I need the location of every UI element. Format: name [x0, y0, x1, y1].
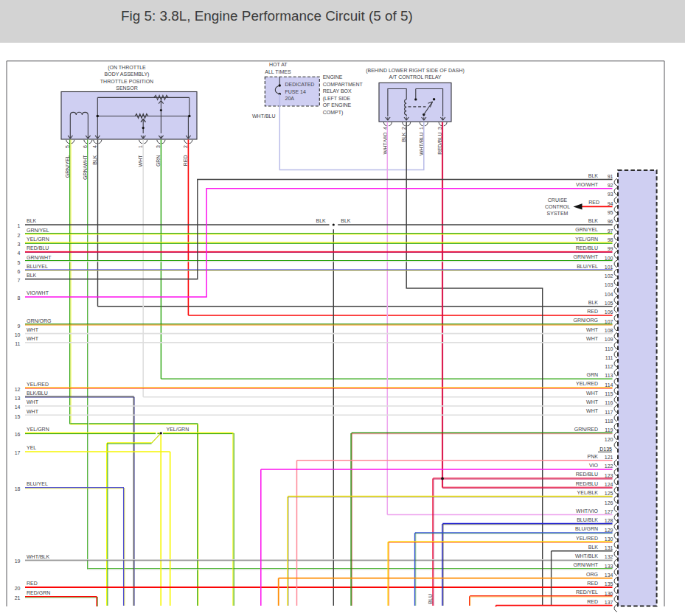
- svg-text:BLU: BLU: [428, 594, 433, 604]
- svg-text:GRN/RED: GRN/RED: [574, 427, 598, 432]
- svg-text:2: 2: [18, 233, 21, 238]
- svg-text:96: 96: [608, 219, 613, 224]
- svg-text:91: 91: [608, 174, 613, 179]
- svg-text:BLK: BLK: [588, 545, 599, 550]
- svg-text:(BEHIND LOWER RIGHT SIDE OF DA: (BEHIND LOWER RIGHT SIDE OF DASH): [366, 68, 465, 74]
- svg-text:BLK: BLK: [316, 218, 327, 223]
- svg-text:RED: RED: [27, 581, 38, 586]
- svg-text:WHT: WHT: [586, 327, 599, 332]
- svg-text:133: 133: [605, 564, 613, 569]
- svg-text:BLU/YEL: BLU/YEL: [577, 264, 598, 269]
- svg-text:10: 10: [15, 332, 21, 337]
- svg-text:WHT/VIO: WHT/VIO: [576, 508, 598, 514]
- svg-text:111: 111: [605, 355, 613, 360]
- svg-text:GRN/WHT: GRN/WHT: [574, 254, 599, 259]
- svg-text:YEL/RED: YEL/RED: [27, 382, 49, 387]
- svg-text:94: 94: [608, 201, 613, 206]
- svg-text:98: 98: [608, 237, 613, 242]
- svg-text:131: 131: [605, 545, 613, 550]
- svg-text:137: 137: [605, 600, 613, 605]
- svg-text:BLU/BLK: BLU/BLK: [577, 517, 598, 522]
- svg-text:CONTROL: CONTROL: [545, 204, 570, 209]
- svg-text:20A: 20A: [285, 96, 295, 101]
- svg-text:RED/BLU: RED/BLU: [576, 472, 598, 477]
- svg-text:106: 106: [605, 309, 613, 315]
- svg-text:134: 134: [605, 573, 613, 578]
- svg-text:RED/GRN: RED/GRN: [27, 590, 50, 595]
- svg-text:3: 3: [18, 242, 21, 247]
- svg-text:12: 12: [15, 387, 21, 392]
- svg-text:WHT: WHT: [138, 155, 143, 167]
- svg-text:BODY ASSEMBLY): BODY ASSEMBLY): [105, 71, 150, 77]
- svg-text:RED: RED: [183, 155, 188, 167]
- svg-text:RED/YEL: RED/YEL: [576, 589, 598, 595]
- svg-text:4: 4: [92, 145, 97, 148]
- svg-text:GRN/WHT: GRN/WHT: [574, 562, 599, 567]
- svg-text:FUSE 14: FUSE 14: [285, 89, 307, 94]
- svg-text:97: 97: [608, 228, 613, 234]
- svg-text:108: 108: [605, 328, 613, 333]
- svg-text:BLU/YEL: BLU/YEL: [27, 264, 48, 269]
- svg-text:D135: D135: [599, 447, 612, 452]
- svg-text:126: 126: [605, 500, 613, 505]
- svg-text:RED: RED: [587, 599, 598, 604]
- svg-text:1: 1: [138, 145, 143, 148]
- svg-text:WHT: WHT: [27, 399, 39, 405]
- svg-text:110: 110: [605, 346, 613, 351]
- svg-text:VIO/WHT: VIO/WHT: [27, 290, 49, 295]
- svg-text:125: 125: [605, 491, 613, 496]
- svg-text:A/T CONTROL RELAY: A/T CONTROL RELAY: [389, 74, 441, 80]
- svg-text:20: 20: [15, 586, 21, 591]
- svg-text:YEL/GRN: YEL/GRN: [167, 427, 189, 432]
- svg-text:101: 101: [605, 265, 613, 270]
- svg-text:YEL/GRN: YEL/GRN: [27, 237, 49, 242]
- svg-text:100: 100: [605, 256, 613, 261]
- svg-text:WHT/BLK: WHT/BLK: [575, 553, 598, 559]
- svg-text:WHT/BLU: WHT/BLU: [252, 113, 276, 119]
- svg-text:WHT: WHT: [586, 408, 599, 413]
- svg-text:116: 116: [605, 400, 613, 405]
- svg-text:RED: RED: [588, 200, 599, 205]
- svg-text:BLK/BLU: BLK/BLU: [27, 391, 48, 396]
- svg-text:BLK: BLK: [401, 132, 406, 142]
- svg-text:135: 135: [605, 581, 613, 587]
- svg-text:BLU/GRN: BLU/GRN: [575, 526, 598, 531]
- svg-text:114: 114: [605, 382, 613, 388]
- svg-text:124: 124: [605, 482, 613, 487]
- svg-text:17: 17: [15, 450, 21, 455]
- svg-text:GRN/YEL: GRN/YEL: [575, 227, 598, 232]
- svg-text:RED/BLU: RED/BLU: [576, 481, 598, 486]
- svg-text:WHT/BLK: WHT/BLK: [27, 554, 49, 559]
- svg-text:93: 93: [608, 192, 613, 197]
- svg-text:129: 129: [605, 528, 613, 533]
- svg-text:ORG: ORG: [586, 572, 598, 577]
- svg-text:7: 7: [18, 278, 21, 283]
- svg-text:127: 127: [605, 509, 613, 514]
- svg-text:117: 117: [605, 410, 613, 415]
- svg-text:YEL/RED: YEL/RED: [576, 536, 598, 541]
- svg-text:5: 5: [65, 145, 70, 148]
- svg-text:6: 6: [83, 145, 88, 148]
- svg-text:16: 16: [15, 432, 21, 437]
- svg-text:3: 3: [156, 145, 161, 148]
- svg-text:136: 136: [605, 591, 613, 596]
- svg-text:92: 92: [608, 183, 613, 188]
- svg-text:YEL/GRN: YEL/GRN: [575, 237, 598, 242]
- svg-text:ALL TIMES: ALL TIMES: [265, 69, 291, 74]
- svg-text:122: 122: [605, 463, 613, 469]
- svg-text:OF ENGINE: OF ENGINE: [323, 102, 352, 108]
- svg-text:109: 109: [605, 337, 613, 342]
- svg-text:RED: RED: [587, 309, 598, 314]
- svg-text:VIO: VIO: [589, 463, 599, 468]
- svg-text:104: 104: [605, 292, 613, 297]
- svg-text:COMPARTMENT: COMPARTMENT: [323, 82, 364, 87]
- svg-text:21: 21: [15, 595, 21, 601]
- svg-text:(LEFT SIDE: (LEFT SIDE: [323, 96, 351, 102]
- svg-text:1: 1: [419, 127, 424, 130]
- svg-text:118: 118: [605, 419, 613, 424]
- svg-text:SENSOR: SENSOR: [116, 85, 138, 91]
- svg-text:SYSTEM: SYSTEM: [547, 211, 568, 216]
- svg-text:BLK: BLK: [27, 218, 37, 223]
- svg-text:BLK: BLK: [341, 218, 351, 223]
- svg-text:103: 103: [605, 282, 613, 287]
